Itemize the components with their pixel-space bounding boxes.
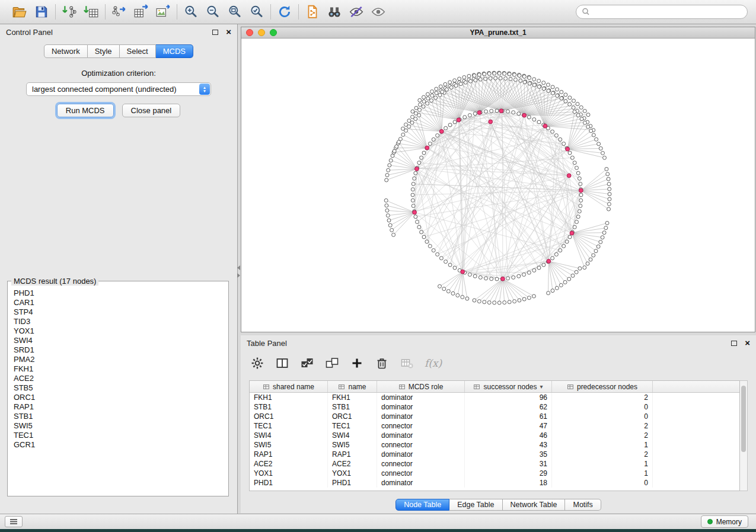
table-row[interactable]: STB1STB1dominator620	[250, 402, 739, 412]
zoom-fit-icon[interactable]	[227, 4, 243, 20]
zoom-in-icon[interactable]	[183, 4, 199, 20]
memory-button[interactable]: Memory	[701, 515, 748, 528]
import-table-icon[interactable]	[83, 4, 100, 20]
mcds-result-node[interactable]: STP4	[14, 307, 222, 317]
table-tab-motifs[interactable]: Motifs	[565, 499, 601, 511]
tab-style[interactable]: Style	[88, 44, 120, 58]
close-panel-button[interactable]: Close panel	[122, 104, 181, 117]
open-folder-icon[interactable]	[11, 4, 28, 20]
zoom-out-icon[interactable]	[205, 4, 221, 20]
table-row[interactable]: RAP1RAP1dominator352	[250, 450, 739, 459]
mcds-result-node[interactable]: TEC1	[14, 431, 222, 440]
mcds-result-node[interactable]: SWI4	[14, 336, 222, 345]
mcds-result-node[interactable]: SRD1	[14, 345, 222, 355]
gear-icon[interactable]	[250, 356, 264, 370]
table-row[interactable]: TEC1TEC1connector472	[250, 421, 739, 431]
table-row[interactable]: PHD1PHD1dominator180	[250, 478, 739, 488]
table-row[interactable]: ORC1ORC1dominator610	[250, 412, 739, 421]
criterion-value: largest connected component (undirected)	[32, 85, 177, 94]
share-document-icon[interactable]	[304, 4, 321, 20]
mcds-result-node[interactable]: ORC1	[14, 393, 222, 402]
mcds-result-node[interactable]: PHD1	[14, 289, 222, 298]
tab-network[interactable]: Network	[44, 44, 88, 58]
search-box[interactable]	[576, 5, 748, 19]
export-network-icon[interactable]	[111, 4, 127, 20]
column-header-predecessor-nodes[interactable]: predecessor nodes	[552, 381, 653, 392]
mcds-result-node[interactable]: FKH1	[14, 364, 222, 374]
show-all-icon[interactable]	[370, 4, 387, 20]
scrollbar-thumb[interactable]	[741, 386, 746, 452]
mcds-result-node[interactable]: CAR1	[14, 298, 222, 307]
dropdown-stepper-icon: ▲▼	[199, 84, 210, 95]
mcds-result-box: MCDS result (17 nodes) PHD1CAR1STP4TID3Y…	[7, 277, 229, 496]
table-panel-tabs: Node TableEdge TableNetwork TableMotifs	[241, 499, 756, 511]
run-mcds-button[interactable]: Run MCDS	[57, 104, 114, 117]
save-session-icon[interactable]	[33, 4, 50, 20]
table-tab-node-table[interactable]: Node Table	[395, 499, 449, 511]
mcds-result-node[interactable]: RAP1	[14, 402, 222, 412]
zoom-window-icon[interactable]	[270, 29, 277, 36]
mcds-result-node[interactable]: YOX1	[14, 326, 222, 336]
add-row-icon[interactable]	[350, 356, 364, 370]
table-row[interactable]: YOX1YOX1connector291	[250, 469, 739, 478]
memory-label: Memory	[716, 518, 742, 526]
column-header-mcds-role[interactable]: MCDS role	[377, 381, 465, 392]
table-row[interactable]: ACE2ACE2connector311	[250, 459, 739, 469]
main-toolbar	[0, 0, 756, 24]
import-network-icon[interactable]	[61, 4, 78, 20]
collapse-right-icon[interactable]	[237, 273, 240, 278]
collapse-left-icon[interactable]	[237, 265, 240, 270]
table-panel: Table Panel × f(x) shared namenameMCDS r…	[241, 335, 756, 513]
float-table-panel-icon[interactable]	[731, 341, 737, 346]
column-header-successor-nodes[interactable]: successor nodes▾	[465, 381, 552, 392]
column-header-filler	[653, 381, 739, 392]
table-row[interactable]: SWI4SWI4dominator462	[250, 431, 739, 440]
list-icon	[9, 518, 18, 525]
columns-icon[interactable]	[275, 356, 289, 370]
column-header-name[interactable]: name	[328, 381, 377, 392]
export-image-icon[interactable]	[155, 4, 171, 20]
delete-table-icon[interactable]	[400, 356, 414, 370]
mcds-result-node[interactable]: ACE2	[14, 374, 222, 383]
tab-mcds[interactable]: MCDS	[156, 44, 193, 58]
select-all-icon[interactable]	[300, 356, 314, 370]
column-header-shared-name[interactable]: shared name	[250, 381, 328, 392]
network-canvas[interactable]	[241, 39, 755, 331]
network-window-titlebar[interactable]: YPA_prune.txt_1	[241, 27, 755, 39]
mcds-result-node[interactable]: GCR1	[14, 440, 222, 450]
criterion-dropdown[interactable]: largest connected component (undirected)…	[26, 82, 211, 96]
refresh-layout-icon[interactable]	[276, 4, 293, 20]
table-tab-edge-table[interactable]: Edge Table	[449, 499, 502, 511]
search-input[interactable]	[593, 8, 742, 16]
status-bar: Memory	[0, 514, 756, 529]
export-table-icon[interactable]	[133, 4, 149, 20]
close-table-panel-icon[interactable]: ×	[745, 340, 750, 346]
search-binoculars-icon[interactable]	[326, 4, 343, 20]
function-builder-icon[interactable]: f(x)	[425, 356, 442, 370]
close-window-icon[interactable]	[246, 29, 253, 36]
mcds-result-title: MCDS result (17 nodes)	[11, 277, 98, 286]
tab-select[interactable]: Select	[120, 44, 156, 58]
mcds-result-node[interactable]: PMA2	[14, 355, 222, 364]
mcds-result-node[interactable]: SWI5	[14, 421, 222, 431]
close-panel-icon[interactable]: ×	[226, 29, 231, 35]
table-body: FKH1FKH1dominator962STB1STB1dominator620…	[250, 393, 739, 490]
mcds-result-node[interactable]: STB5	[14, 383, 222, 393]
mcds-result-node[interactable]: TID3	[14, 317, 222, 326]
table-scrollbar[interactable]	[740, 380, 748, 491]
unselect-all-icon[interactable]	[325, 356, 339, 370]
task-history-button[interactable]	[5, 516, 23, 527]
float-panel-icon[interactable]	[212, 30, 218, 35]
hide-selected-icon[interactable]	[348, 4, 365, 20]
zoom-selected-icon[interactable]	[248, 4, 265, 20]
delete-row-icon[interactable]	[375, 356, 389, 370]
table-row[interactable]: SWI5SWI5connector431	[250, 440, 739, 450]
network-graph-svg[interactable]	[241, 39, 755, 331]
sort-arrow-icon[interactable]: ▾	[540, 383, 543, 390]
mcds-result-node[interactable]: STB1	[14, 412, 222, 421]
table-row[interactable]: FKH1FKH1dominator962	[250, 393, 739, 402]
control-panel: Control Panel × NetworkStyleSelectMCDS O…	[0, 24, 238, 514]
minimize-window-icon[interactable]	[258, 29, 265, 36]
table-tab-network-table[interactable]: Network Table	[503, 499, 566, 511]
mcds-result-list[interactable]: PHD1CAR1STP4TID3YOX1SWI4SRD1PMA2FKH1ACE2…	[8, 286, 228, 453]
